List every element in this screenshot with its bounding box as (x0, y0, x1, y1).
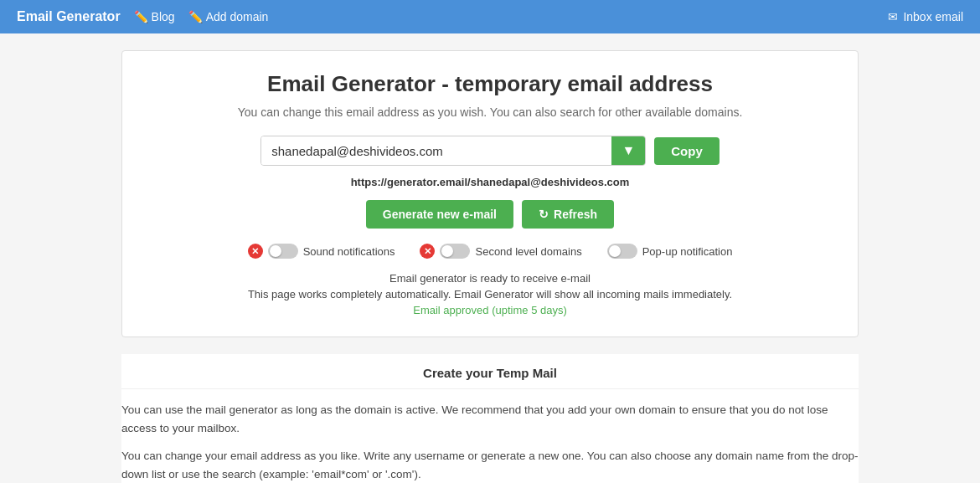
blog-link[interactable]: ✏️ Blog (134, 10, 175, 23)
section-below: Create your Temp Mail You can use the ma… (121, 354, 859, 483)
popup-toggle-knob (609, 245, 621, 257)
email-input-wrapper: ▼ (260, 136, 646, 166)
generate-button[interactable]: Generate new e-mail (366, 200, 513, 229)
uptime-text: Email approved (uptime 5 days) (147, 304, 833, 316)
header: Email Generator ✏️ Blog ✏️ Add domain ✉ … (0, 0, 980, 33)
email-input[interactable] (261, 136, 611, 165)
header-right: ✉ Inbox email (888, 10, 963, 23)
header-title: Email Generator (17, 9, 121, 24)
para2: You can change your email address as you… (121, 447, 859, 483)
refresh-button[interactable]: ↻ Refresh (522, 200, 614, 229)
sound-toggle-track[interactable] (268, 244, 298, 259)
blog-icon: ✏️ (134, 10, 148, 23)
sound-toggle-label: Sound notifications (303, 245, 395, 258)
blog-label: Blog (152, 10, 175, 23)
second-toggle-label: Second level domains (475, 245, 581, 258)
email-generator-box: Email Generator - temporary email addres… (121, 50, 859, 337)
copy-button[interactable]: Copy (654, 137, 720, 165)
inbox-label: Inbox email (903, 10, 963, 23)
toggle-sound-item: ✕ Sound notifications (248, 244, 395, 259)
url-email: shanedapal@deshivideos.com (471, 176, 630, 188)
email-dropdown-button[interactable]: ▼ (611, 136, 645, 165)
second-toggle-knob (441, 245, 453, 257)
action-buttons: Generate new e-mail ↻ Refresh (147, 200, 833, 229)
subtitle: You can change this email address as you… (147, 105, 833, 119)
toggle-popup-item: Pop-up notification (607, 244, 733, 259)
popup-toggle-label: Pop-up notification (642, 245, 733, 258)
add-domain-link[interactable]: ✏️ Add domain (188, 10, 269, 23)
sound-toggle-knob (270, 245, 281, 257)
toggle-second-item: ✕ Second level domains (420, 244, 581, 259)
second-toggle-track[interactable] (440, 244, 470, 259)
para1: You can use the mail generator as long a… (121, 401, 859, 437)
inbox-icon: ✉ (888, 10, 898, 23)
status-line1: Email generator is ready to receive e-ma… (147, 272, 833, 285)
add-domain-icon: ✏️ (188, 10, 203, 23)
sound-toggle-x: ✕ (248, 244, 263, 259)
second-toggle-x: ✕ (420, 244, 435, 259)
toggles-row: ✕ Sound notifications ✕ Second level dom… (147, 244, 833, 259)
page-title: Email Generator - temporary email addres… (147, 71, 833, 97)
header-left: Email Generator ✏️ Blog ✏️ Add domain (17, 9, 888, 24)
url-prefix: https://generator.email/ (351, 176, 471, 188)
popup-toggle-track[interactable] (607, 244, 637, 259)
add-domain-label: Add domain (206, 10, 269, 23)
status-line2: This page works completely automatically… (147, 288, 833, 301)
section-body: You can use the mail generator as long a… (121, 389, 859, 483)
main-content: Email Generator - temporary email addres… (105, 50, 875, 483)
section-title: Create your Temp Mail (121, 354, 859, 389)
refresh-label: Refresh (554, 208, 597, 221)
email-input-row: ▼ Copy (147, 136, 833, 166)
refresh-icon: ↻ (539, 208, 549, 221)
url-line: https://generator.email/shanedapal@deshi… (147, 176, 833, 188)
